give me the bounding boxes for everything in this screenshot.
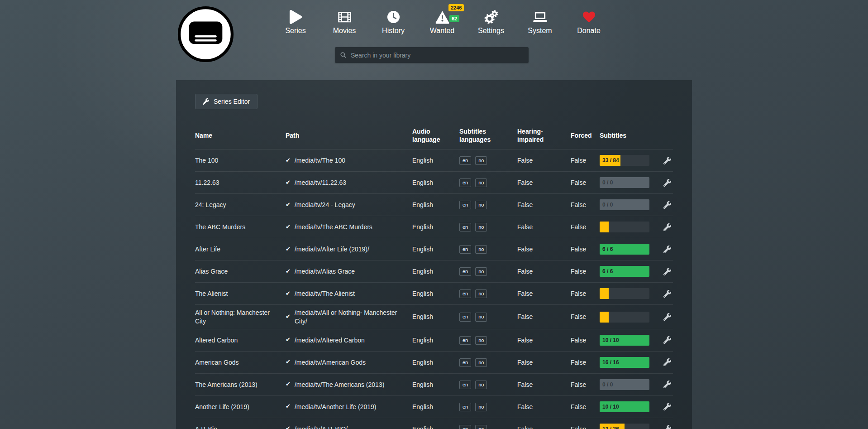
progress-label: 10 / 10 <box>602 335 619 346</box>
audio-language-value: English <box>412 178 459 187</box>
path-text: /media/tv/11.22.63 <box>295 178 346 187</box>
check-icon: ✔ <box>286 268 291 275</box>
edit-series-button[interactable] <box>657 313 673 321</box>
audio-language-value: English <box>412 289 459 298</box>
series-name-link[interactable]: The Alienist <box>195 289 286 298</box>
progress-label: 6 / 6 <box>602 244 613 255</box>
series-name-link[interactable]: Another Life (2019) <box>195 403 286 411</box>
language-badge: no <box>475 313 487 321</box>
search-input[interactable] <box>351 52 524 59</box>
audio-language-value: English <box>412 358 459 366</box>
subtitles-progress-bar: 6 / 6 <box>600 244 649 255</box>
nav-donate[interactable]: Donate <box>564 10 613 35</box>
language-badge: en <box>459 403 471 411</box>
forced-value: False <box>571 313 600 321</box>
forced-value: False <box>571 381 600 389</box>
language-badge: no <box>475 178 487 187</box>
subtitles-progress-cell: 10 / 10 <box>600 401 657 412</box>
subtitles-progress-cell: 16 / 16 <box>600 357 657 368</box>
edit-series-button[interactable] <box>657 403 673 410</box>
check-icon: ✔ <box>286 201 291 209</box>
audio-language-value: English <box>412 201 459 209</box>
wrench-icon <box>663 358 671 366</box>
series-name-link[interactable]: Alias Grace <box>195 267 286 275</box>
app-logo[interactable] <box>177 5 234 63</box>
edit-series-button[interactable] <box>657 290 673 298</box>
series-name-link[interactable]: 11.22.63 <box>195 178 286 187</box>
hearing-impaired-value: False <box>517 425 571 429</box>
progress-label: 13 / 26 <box>602 424 619 429</box>
language-badge: en <box>459 223 471 231</box>
nav-series[interactable]: Series <box>271 10 320 35</box>
nav-wanted[interactable]: 2246 62 Wanted <box>418 10 467 35</box>
audio-language-value: English <box>412 156 459 164</box>
progress-fill <box>600 222 609 232</box>
col-name: Name <box>195 131 286 140</box>
edit-series-button[interactable] <box>657 246 673 253</box>
subtitles-progress-bar: 0 / 0 <box>600 199 649 210</box>
edit-series-button[interactable] <box>657 358 673 366</box>
wrench-icon <box>663 313 671 321</box>
clock-icon <box>386 10 401 24</box>
header: Series Movies History 2246 62 Wanted <box>176 0 692 75</box>
hearing-impaired-value: False <box>517 245 571 253</box>
forced-value: False <box>571 289 600 298</box>
col-path: Path <box>286 131 412 140</box>
series-name-link[interactable]: 24: Legacy <box>195 201 286 209</box>
table-row: American Gods ✔ /media/tv/American Gods … <box>195 352 673 374</box>
check-icon: ✔ <box>286 223 291 231</box>
col-forced: Forced <box>571 131 600 140</box>
language-badge: no <box>475 403 487 411</box>
table-row: The Americans (2013) ✔ /media/tv/The Ame… <box>195 374 673 396</box>
nav-settings[interactable]: Settings <box>467 10 515 35</box>
edit-series-button[interactable] <box>657 425 673 429</box>
series-name-link[interactable]: All or Nothing: Manchester City <box>195 308 286 325</box>
wrench-icon <box>663 201 671 209</box>
series-name-link[interactable]: The ABC Murders <box>195 223 286 231</box>
path-text: /media/tv/The Alienist <box>295 289 355 298</box>
check-icon: ✔ <box>286 246 291 253</box>
path-text: /media/tv/The 100 <box>295 156 345 164</box>
series-name-link[interactable]: After Life <box>195 245 286 253</box>
edit-series-button[interactable] <box>657 381 673 388</box>
subtitles-progress-bar <box>600 222 649 232</box>
series-name-link[interactable]: The Americans (2013) <box>195 381 286 389</box>
series-name-link[interactable]: American Gods <box>195 358 286 366</box>
forced-value: False <box>571 267 600 275</box>
series-editor-button[interactable]: Series Editor <box>195 94 258 109</box>
edit-series-button[interactable] <box>657 268 673 275</box>
nav-history[interactable]: History <box>369 10 418 35</box>
language-badge: en <box>459 425 471 429</box>
series-name-link[interactable]: The 100 <box>195 156 286 164</box>
edit-series-button[interactable] <box>657 201 673 209</box>
forced-value: False <box>571 223 600 231</box>
edit-series-button[interactable] <box>657 157 673 164</box>
edit-series-button[interactable] <box>657 223 673 231</box>
edit-series-button[interactable] <box>657 336 673 344</box>
progress-label: 10 / 10 <box>602 401 619 412</box>
edit-series-button[interactable] <box>657 179 673 187</box>
series-path: ✔ /media/tv/24 - Legacy <box>286 201 412 209</box>
nav-movies[interactable]: Movies <box>320 10 369 35</box>
subtitles-progress-bar: 16 / 16 <box>600 357 649 368</box>
nav-system[interactable]: System <box>515 10 564 35</box>
series-path: ✔ /media/tv/After Life (2019)/ <box>286 245 412 253</box>
subtitles-progress-bar: 13 / 26 <box>600 424 649 429</box>
audio-language-value: English <box>412 223 459 231</box>
wanted-count-badge-movies: 62 <box>449 15 459 22</box>
nav-label: Settings <box>478 27 504 35</box>
path-text: /media/tv/The ABC Murders <box>295 223 372 231</box>
path-text: /media/tv/After Life (2019)/ <box>295 245 369 253</box>
series-name-link[interactable]: Altered Carbon <box>195 336 286 344</box>
progress-label: 6 / 6 <box>602 266 613 277</box>
subtitles-languages-cell: en no <box>459 222 517 231</box>
table-row: A.P. Bio ✔ /media/tv/A.P. BIO/ English e… <box>195 418 673 429</box>
language-badge: no <box>475 289 487 298</box>
series-name-link[interactable]: A.P. Bio <box>195 425 286 429</box>
language-badge: en <box>459 201 471 209</box>
hearing-impaired-value: False <box>517 358 571 366</box>
table-row: After Life ✔ /media/tv/After Life (2019)… <box>195 238 673 260</box>
path-text: /media/tv/Alias Grace <box>295 267 355 275</box>
subtitles-languages-cell: en no <box>459 267 517 276</box>
subtitles-languages-cell: en no <box>459 289 517 298</box>
